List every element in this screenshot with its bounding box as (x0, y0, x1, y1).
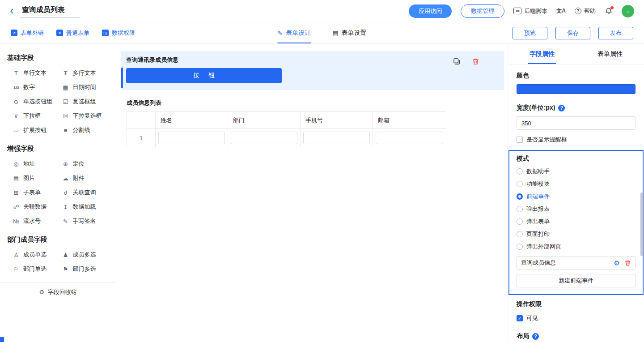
subform-cell-input-department[interactable] (231, 132, 297, 144)
table-cell (156, 129, 228, 147)
selected-query-widget[interactable]: 查询通讯录成员信息 按 钮 (121, 51, 504, 90)
subform-cell-input-email[interactable] (376, 132, 443, 144)
field-item-label: 成员单选 (23, 251, 47, 259)
panel-scrollbar[interactable] (640, 192, 643, 256)
publish-button[interactable]: 发布 (598, 27, 633, 39)
mode-option-label: 页面打印 (526, 230, 550, 238)
field-item-member-multi[interactable]: ♟成员多选 (62, 248, 112, 262)
field-item-attachment[interactable]: ☁附件 (62, 171, 112, 185)
mode-option-data-assistant[interactable]: 数据助手 (517, 167, 636, 175)
subform-cell-input-phone[interactable] (303, 132, 370, 144)
field-item-label: 图片 (23, 174, 35, 182)
frontend-event-item[interactable]: 查询成员信息 ⚙ (517, 256, 636, 269)
mode-option-function-module[interactable]: 功能模块 (517, 180, 636, 188)
radio-icon[interactable] (517, 206, 523, 212)
preview-button[interactable]: 预览 (513, 27, 547, 39)
field-item-multi-line-text[interactable]: Ŧ多行文本 (62, 66, 112, 80)
normal-form-button[interactable]: ≡ 普通表单 (56, 29, 89, 37)
recycle-bin-icon: ♻ (39, 289, 44, 295)
field-item-single-line-text[interactable]: T单行文本 (13, 66, 62, 80)
enhanced-fields-grid: ◎地址 ⊕定位 ▤图片 ☁附件 ⊞子表单 ☌关联查询 ☍关联数据 ↧数据加载 №… (0, 157, 116, 228)
mode-section-highlight: 模式 数据助手 功能模块 前端事件 弹出报表 弹出表单 页面打印 弹出外部网页 … (508, 150, 644, 295)
field-item-dept-single[interactable]: ⚐部门单选 (13, 262, 62, 276)
form-link-button[interactable]: ↗ 表单外链 (11, 29, 44, 37)
field-item-data-load[interactable]: ↧数据加载 (62, 200, 112, 214)
data-permission-button[interactable]: ||| 数据权限 (102, 29, 135, 37)
field-item-datetime[interactable]: ▦日期时间 (62, 80, 112, 94)
field-item-linked-data[interactable]: ☍关联数据 (13, 200, 62, 214)
copy-widget-button[interactable] (452, 57, 461, 66)
field-item-number[interactable]: 123数字 (13, 80, 62, 94)
field-item-radio-group[interactable]: ⊙单选按钮组 (13, 94, 62, 109)
extend-button-icon: ▭ (13, 127, 20, 134)
field-item-subform[interactable]: ⊞子表单 (13, 185, 62, 200)
radio-icon[interactable] (517, 218, 523, 225)
mode-option-frontend-event[interactable]: 前端事件 (517, 192, 636, 201)
field-item-linked-query[interactable]: ☌关联查询 (62, 185, 112, 200)
field-item-dept-multi[interactable]: ⚑部门多选 (62, 262, 112, 276)
tab-form-design[interactable]: ✎ 表单设计 (278, 22, 311, 43)
field-item-serial-number[interactable]: №流水号 (13, 214, 62, 228)
field-item-label: 成员多选 (73, 251, 96, 259)
delete-widget-button[interactable] (471, 57, 480, 66)
linked-query-icon: ☌ (62, 189, 69, 196)
radio-icon[interactable] (517, 168, 523, 175)
tab-form-properties[interactable]: 表单属性 (576, 44, 644, 64)
field-item-checkbox-group[interactable]: ☑复选框组 (62, 94, 112, 109)
field-item-divider[interactable]: ≡分割线 (62, 123, 112, 137)
mode-option-popup-report[interactable]: 弹出报表 (517, 205, 636, 213)
query-action-button[interactable]: 按 钮 (126, 68, 282, 83)
show-alert-checkbox-row[interactable]: 是否显示提醒框 (517, 136, 636, 144)
avatar[interactable]: ≡ (622, 5, 634, 17)
help-button[interactable]: ? 帮助 (575, 7, 596, 15)
tab-form-settings[interactable]: ▤ 表单设置 (332, 22, 366, 43)
field-item-label: 关联数据 (23, 203, 47, 211)
mode-option-popup-form[interactable]: 弹出表单 (517, 218, 636, 226)
radio-icon-selected[interactable] (517, 193, 523, 200)
save-button[interactable]: 保存 (555, 27, 590, 39)
notifications-button[interactable] (605, 7, 613, 15)
field-item-multi-select[interactable]: ☒下拉复选框 (62, 109, 112, 123)
language-icon: 文A (556, 7, 566, 15)
app-access-button[interactable]: 应用访问 (409, 4, 452, 18)
field-item-signature[interactable]: ✎手写签名 (62, 214, 112, 228)
subform-cell-input-name[interactable] (158, 132, 225, 144)
width-help-icon[interactable]: ? (558, 105, 565, 111)
attachment-icon: ☁ (62, 175, 69, 182)
radio-icon[interactable] (517, 181, 523, 187)
language-button[interactable]: 文A (556, 7, 566, 15)
radio-icon[interactable] (517, 244, 523, 250)
field-item-address[interactable]: ◎地址 (13, 157, 62, 171)
field-item-image[interactable]: ▤图片 (13, 171, 62, 185)
visible-checkbox-checked[interactable] (517, 315, 523, 321)
layout-help-icon[interactable]: ? (532, 333, 539, 340)
mode-option-page-print[interactable]: 页面打印 (517, 230, 636, 238)
event-settings-icon[interactable]: ⚙ (614, 260, 620, 266)
header-actions: 应用访问 数据管理 </> 后端脚本 文A ? 帮助 ≡ (409, 4, 634, 18)
backend-script-button[interactable]: </> 后端脚本 (513, 7, 547, 15)
data-manage-button[interactable]: 数据管理 (461, 4, 504, 18)
mode-option-popup-external-page[interactable]: 弹出外部网页 (517, 243, 636, 251)
field-item-extend-button[interactable]: ▭扩展按钮 (13, 123, 62, 137)
show-alert-checkbox[interactable] (517, 137, 523, 143)
width-input[interactable] (517, 116, 636, 130)
field-recycle-bin[interactable]: ♻ 字段回收站 (0, 282, 116, 301)
tab-field-properties[interactable]: 字段属性 (508, 44, 576, 64)
field-item-select[interactable]: ⊽下拉框 (13, 109, 62, 123)
event-delete-button[interactable] (624, 260, 631, 266)
mode-option-label: 前端事件 (526, 192, 550, 201)
field-item-label: 手写签名 (73, 217, 96, 225)
radio-icon[interactable] (517, 231, 523, 237)
field-library-sidebar: 基础字段 T单行文本 Ŧ多行文本 123数字 ▦日期时间 ⊙单选按钮组 ☑复选框… (0, 44, 116, 342)
color-swatch[interactable] (517, 84, 636, 94)
form-link-icon: ↗ (11, 30, 17, 36)
subform-widget[interactable]: 成员信息列表 姓名 部门 手机号 邮箱 1 (127, 99, 504, 147)
data-load-icon: ↧ (62, 204, 69, 210)
field-item-member-single[interactable]: ♙成员单选 (13, 248, 62, 262)
new-frontend-event-button[interactable]: 新建前端事件 (517, 274, 636, 287)
form-title[interactable]: 查询成员列表 (20, 4, 80, 18)
back-button[interactable]: ‹ (10, 4, 17, 18)
visible-checkbox-row[interactable]: 可见 (517, 314, 636, 322)
tab-form-settings-label: 表单设置 (341, 29, 366, 37)
field-item-location[interactable]: ⊕定位 (62, 157, 112, 171)
